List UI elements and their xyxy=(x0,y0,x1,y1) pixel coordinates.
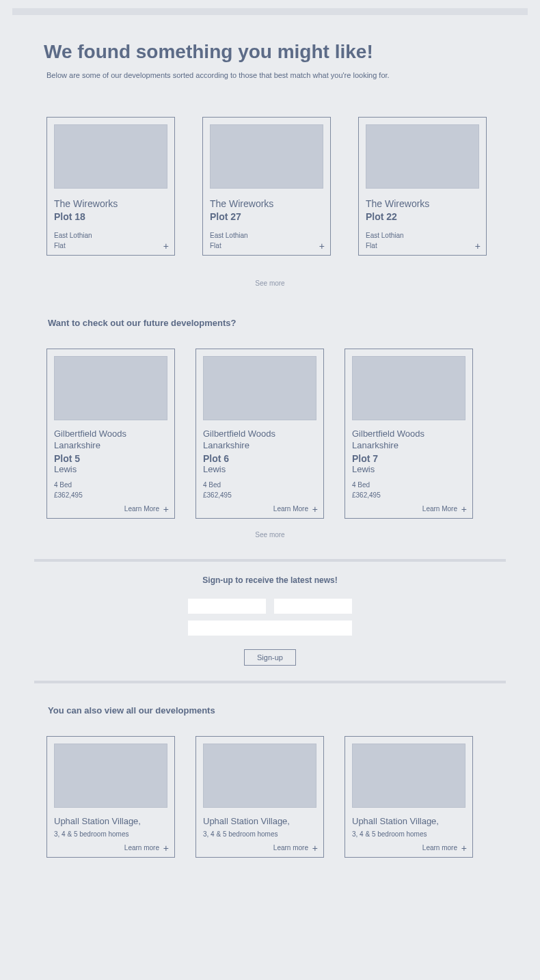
house-type: Lewis xyxy=(203,464,316,474)
plus-icon[interactable]: + xyxy=(461,843,467,853)
house-type: Lewis xyxy=(54,464,167,474)
description: 3, 4 & 5 bedroom homes xyxy=(54,830,167,838)
image-placeholder xyxy=(352,744,465,808)
type: Flat xyxy=(366,241,479,251)
image-placeholder xyxy=(210,124,323,189)
plot-label: Plot 7 xyxy=(352,453,465,464)
development-name: Uphall Station Village, xyxy=(203,816,316,826)
see-more-link[interactable]: See more xyxy=(34,280,506,287)
image-placeholder xyxy=(54,124,167,189)
image-placeholder xyxy=(203,744,316,808)
plot-label: Plot 18 xyxy=(54,211,167,222)
signup-heading: Sign-up to receive the latest news! xyxy=(34,575,506,585)
all-dev-card[interactable]: Uphall Station Village, 3, 4 & 5 bedroom… xyxy=(345,736,473,858)
image-placeholder xyxy=(366,124,479,189)
match-card[interactable]: The Wireworks Plot 22 East Lothian Flat … xyxy=(358,117,487,256)
future-card[interactable]: Gilbertfield Woods Lanarkshire Plot 7 Le… xyxy=(345,349,473,519)
plot-label: Plot 22 xyxy=(366,211,479,222)
plus-icon[interactable]: + xyxy=(163,241,169,251)
page-subtitle: Below are some of our developments sorte… xyxy=(46,71,506,79)
last-name-input[interactable] xyxy=(274,599,352,614)
plot-label: Plot 5 xyxy=(54,453,167,464)
match-card[interactable]: The Wireworks Plot 27 East Lothian Flat … xyxy=(202,117,331,256)
future-details: 4 Bed £362,495 xyxy=(203,480,316,500)
match-meta: East Lothian Flat xyxy=(366,230,479,251)
learn-more-link[interactable]: Learn More xyxy=(422,505,457,513)
learn-more-link[interactable]: Learn more xyxy=(124,844,159,852)
bed-count: 4 Bed xyxy=(54,480,167,490)
future-details: 4 Bed £362,495 xyxy=(352,480,465,500)
type: Flat xyxy=(54,241,167,251)
all-developments-heading: You can also view all our developments xyxy=(48,705,506,716)
future-row: Gilbertfield Woods Lanarkshire Plot 5 Le… xyxy=(34,349,506,519)
development-name: Gilbertfield Woods xyxy=(352,428,465,439)
future-card[interactable]: Gilbertfield Woods Lanarkshire Plot 6 Le… xyxy=(195,349,324,519)
price: £362,495 xyxy=(352,490,465,500)
divider xyxy=(34,559,506,562)
location: Lanarkshire xyxy=(54,440,167,450)
bed-count: 4 Bed xyxy=(352,480,465,490)
bed-count: 4 Bed xyxy=(203,480,316,490)
learn-more-link[interactable]: Learn More xyxy=(124,505,159,513)
plot-label: Plot 6 xyxy=(203,453,316,464)
development-name: The Wireworks xyxy=(210,198,323,209)
location: Lanarkshire xyxy=(203,440,316,450)
price: £362,495 xyxy=(203,490,316,500)
page-title: We found something you might like! xyxy=(44,41,506,63)
see-more-link[interactable]: See more xyxy=(34,531,506,539)
plus-icon[interactable]: + xyxy=(319,241,325,251)
future-details: 4 Bed £362,495 xyxy=(54,480,167,500)
matches-row: The Wireworks Plot 18 East Lothian Flat … xyxy=(34,117,506,256)
development-name: The Wireworks xyxy=(54,198,167,209)
match-card[interactable]: The Wireworks Plot 18 East Lothian Flat … xyxy=(46,117,175,256)
development-name: Uphall Station Village, xyxy=(352,816,465,826)
learn-more-link[interactable]: Learn more xyxy=(422,844,457,852)
future-heading: Want to check out our future development… xyxy=(48,318,506,328)
type: Flat xyxy=(210,241,323,251)
region: East Lothian xyxy=(54,230,167,241)
development-name: The Wireworks xyxy=(366,198,479,209)
signup-inputs-row xyxy=(34,621,506,636)
plus-icon[interactable]: + xyxy=(163,843,169,853)
all-developments-row: Uphall Station Village, 3, 4 & 5 bedroom… xyxy=(34,736,506,858)
plus-icon[interactable]: + xyxy=(312,504,318,514)
top-bar xyxy=(12,8,528,15)
development-name: Gilbertfield Woods xyxy=(54,428,167,439)
signup-inputs-row xyxy=(34,599,506,614)
email-input[interactable] xyxy=(188,621,352,636)
all-dev-card[interactable]: Uphall Station Village, 3, 4 & 5 bedroom… xyxy=(195,736,324,858)
region: East Lothian xyxy=(210,230,323,241)
all-dev-card[interactable]: Uphall Station Village, 3, 4 & 5 bedroom… xyxy=(46,736,175,858)
description: 3, 4 & 5 bedroom homes xyxy=(352,830,465,838)
region: East Lothian xyxy=(366,230,479,241)
signup-section: Sign-up to receive the latest news! Sign… xyxy=(34,575,506,666)
signup-button[interactable]: Sign-up xyxy=(244,649,296,666)
image-placeholder xyxy=(352,356,465,420)
future-card[interactable]: Gilbertfield Woods Lanarkshire Plot 5 Le… xyxy=(46,349,175,519)
description: 3, 4 & 5 bedroom homes xyxy=(203,830,316,838)
plus-icon[interactable]: + xyxy=(475,241,481,251)
development-name: Gilbertfield Woods xyxy=(203,428,316,439)
image-placeholder xyxy=(203,356,316,420)
plus-icon[interactable]: + xyxy=(163,504,169,514)
image-placeholder xyxy=(54,744,167,808)
development-name: Uphall Station Village, xyxy=(54,816,167,826)
price: £362,495 xyxy=(54,490,167,500)
learn-more-link[interactable]: Learn more xyxy=(273,844,308,852)
house-type: Lewis xyxy=(352,464,465,474)
match-meta: East Lothian Flat xyxy=(210,230,323,251)
plot-label: Plot 27 xyxy=(210,211,323,222)
learn-more-link[interactable]: Learn More xyxy=(273,505,308,513)
location: Lanarkshire xyxy=(352,440,465,450)
first-name-input[interactable] xyxy=(188,599,266,614)
plus-icon[interactable]: + xyxy=(461,504,467,514)
divider xyxy=(34,681,506,683)
image-placeholder xyxy=(54,356,167,420)
match-meta: East Lothian Flat xyxy=(54,230,167,251)
plus-icon[interactable]: + xyxy=(312,843,318,853)
